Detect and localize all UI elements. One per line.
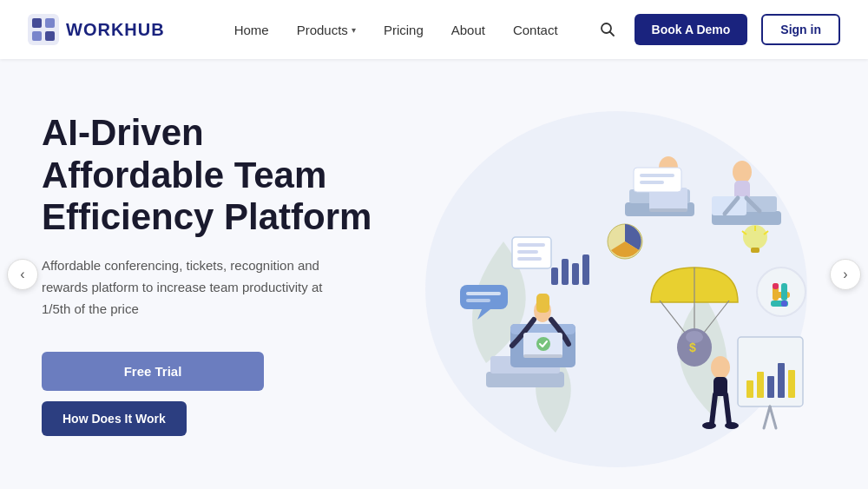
- hero-buttons: Free Trial How Does It Work: [42, 352, 389, 436]
- hero-subtitle: Affordable conferencing, tickets, recogn…: [42, 255, 337, 320]
- nav-right: Book A Demo Sign in: [595, 14, 840, 45]
- svg-rect-20: [551, 268, 558, 285]
- svg-point-46: [702, 422, 716, 429]
- svg-rect-67: [517, 243, 545, 247]
- nav-about[interactable]: About: [451, 23, 485, 37]
- svg-rect-29: [649, 208, 687, 212]
- hero-content: AI-Driven Affordable Team Efficiency Pla…: [42, 112, 389, 435]
- svg-point-44: [711, 356, 730, 379]
- svg-rect-3: [32, 31, 42, 41]
- nav-pricing[interactable]: Pricing: [384, 23, 424, 37]
- carousel-next-button[interactable]: ›: [830, 259, 861, 290]
- nav-links: Home Products ▾ Pricing About Contact: [234, 23, 558, 37]
- svg-rect-52: [778, 363, 785, 398]
- logo-text: WORKHUB: [66, 20, 165, 40]
- svg-rect-23: [582, 254, 589, 285]
- svg-rect-37: [751, 248, 760, 253]
- how-it-works-button[interactable]: How Does It Work: [42, 401, 187, 436]
- chevron-right-icon: ›: [843, 267, 847, 282]
- svg-rect-22: [572, 263, 579, 285]
- hero-title: AI-Driven Affordable Team Efficiency Pla…: [42, 112, 389, 238]
- svg-rect-17: [460, 285, 508, 309]
- svg-rect-59: [781, 283, 787, 301]
- book-demo-button[interactable]: Book A Demo: [635, 14, 748, 45]
- svg-rect-49: [746, 380, 753, 398]
- svg-rect-1: [32, 18, 42, 28]
- products-chevron-icon: ▾: [352, 25, 356, 35]
- svg-rect-2: [45, 18, 55, 28]
- svg-rect-16: [536, 294, 549, 313]
- svg-point-33: [733, 161, 752, 183]
- svg-rect-50: [757, 372, 764, 398]
- hero-section: ‹ AI-Driven Affordable Team Efficiency P…: [0, 59, 868, 489]
- navbar: WORKHUB Home Products ▾ Pricing About Co…: [0, 0, 868, 59]
- svg-point-47: [725, 422, 739, 429]
- svg-line-55: [770, 406, 776, 428]
- svg-rect-51: [767, 376, 774, 398]
- svg-rect-65: [640, 181, 664, 184]
- search-icon: [600, 22, 615, 37]
- svg-line-54: [764, 406, 770, 428]
- svg-rect-69: [517, 257, 542, 261]
- hero-svg: $: [382, 68, 833, 485]
- svg-rect-14: [523, 354, 562, 358]
- svg-rect-53: [788, 370, 795, 398]
- svg-rect-19: [466, 299, 490, 302]
- svg-rect-61: [773, 283, 779, 289]
- svg-point-15: [536, 337, 550, 351]
- svg-rect-18: [466, 292, 501, 295]
- sign-in-button[interactable]: Sign in: [761, 14, 840, 45]
- search-button[interactable]: [595, 17, 621, 43]
- logo-link[interactable]: WORKHUB: [28, 14, 165, 45]
- nav-home[interactable]: Home: [234, 23, 269, 37]
- svg-rect-62: [781, 301, 787, 307]
- carousel-prev-button[interactable]: ‹: [7, 259, 38, 290]
- nav-products[interactable]: Products ▾: [297, 23, 356, 37]
- svg-rect-21: [562, 259, 569, 285]
- logo-icon: [28, 14, 59, 45]
- svg-rect-8: [486, 372, 564, 387]
- svg-rect-0: [28, 14, 59, 45]
- hero-illustration: $: [382, 68, 833, 485]
- svg-rect-64: [640, 174, 674, 177]
- chevron-left-icon: ‹: [20, 267, 24, 282]
- svg-line-6: [609, 32, 614, 36]
- free-trial-button[interactable]: Free Trial: [42, 352, 264, 391]
- svg-rect-63: [634, 168, 681, 192]
- svg-rect-68: [517, 250, 538, 254]
- nav-contact[interactable]: Contact: [513, 23, 558, 37]
- svg-rect-4: [45, 31, 55, 41]
- svg-text:$: $: [689, 340, 696, 354]
